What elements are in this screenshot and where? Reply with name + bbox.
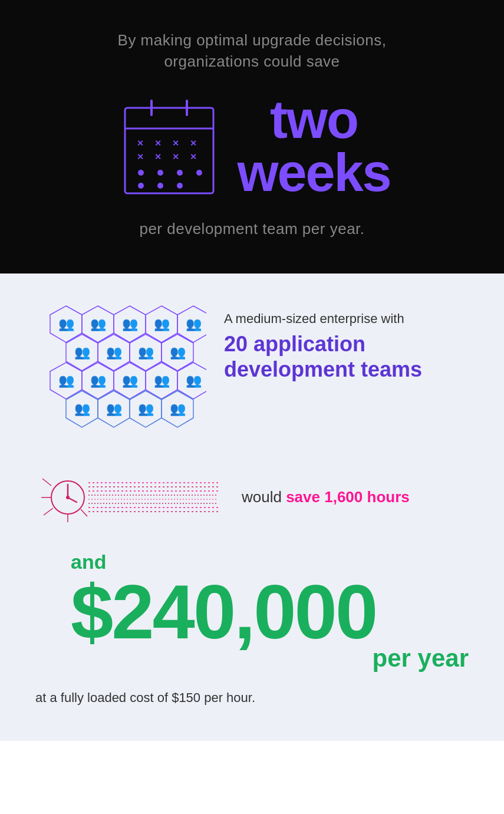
svg-text:👥: 👥 bbox=[74, 401, 91, 417]
svg-text:👥: 👥 bbox=[106, 401, 123, 417]
svg-line-67 bbox=[42, 479, 51, 486]
svg-line-69 bbox=[44, 508, 53, 515]
svg-text:👥: 👥 bbox=[186, 316, 202, 332]
svg-rect-0 bbox=[125, 108, 213, 193]
svg-text:👥: 👥 bbox=[154, 373, 170, 388]
svg-point-12 bbox=[138, 170, 144, 176]
svg-text:✕: ✕ bbox=[154, 152, 162, 162]
top-section: By making optimal upgrade decisions, org… bbox=[0, 0, 504, 273]
money-section: and $240,000 per year bbox=[35, 551, 469, 673]
honeycomb-icon: 👥 👥 👥 👥 👥 bbox=[35, 303, 206, 439]
svg-text:✕: ✕ bbox=[172, 139, 179, 148]
dollar-amount: $240,000 bbox=[71, 574, 469, 650]
hours-row: would save 1,600 hours bbox=[35, 468, 469, 527]
svg-text:👥: 👥 bbox=[170, 401, 186, 417]
enterprise-description: A medium-sized enterprise with bbox=[224, 309, 422, 328]
svg-text:✕: ✕ bbox=[190, 139, 197, 148]
bottom-section: 👥 👥 👥 👥 👥 bbox=[0, 273, 504, 741]
svg-point-14 bbox=[177, 170, 183, 176]
svg-text:👥: 👥 bbox=[90, 373, 107, 388]
svg-text:👥: 👥 bbox=[154, 316, 170, 332]
svg-text:✕: ✕ bbox=[137, 139, 144, 148]
svg-point-58 bbox=[66, 496, 70, 499]
svg-text:👥: 👥 bbox=[122, 373, 139, 388]
per-dev-text: per development team per year. bbox=[139, 220, 364, 238]
two-weeks-label: two weeks bbox=[237, 93, 390, 199]
svg-text:👥: 👥 bbox=[122, 316, 139, 332]
enterprise-row: 👥 👥 👥 👥 👥 bbox=[35, 303, 422, 439]
would-save-label: would save 1,600 hours bbox=[242, 488, 410, 506]
svg-point-15 bbox=[196, 170, 202, 176]
svg-text:👥: 👥 bbox=[58, 316, 75, 332]
svg-point-18 bbox=[177, 183, 183, 189]
enterprise-highlight: 20 application development teams bbox=[224, 331, 422, 382]
calendar-two-weeks-row: ✕ ✕ ✕ ✕ ✕ ✕ ✕ ✕ two weeks bbox=[113, 90, 390, 202]
clock-ticks-visual bbox=[35, 468, 224, 527]
intro-text: By making optimal upgrade decisions, org… bbox=[118, 29, 387, 72]
svg-point-17 bbox=[157, 183, 163, 189]
footnote-text: at a fully loaded cost of $150 per hour. bbox=[35, 690, 255, 706]
svg-text:👥: 👥 bbox=[186, 373, 202, 388]
calendar-icon: ✕ ✕ ✕ ✕ ✕ ✕ ✕ ✕ bbox=[113, 90, 225, 202]
svg-text:👥: 👥 bbox=[170, 344, 186, 360]
svg-text:✕: ✕ bbox=[137, 152, 144, 162]
svg-text:👥: 👥 bbox=[106, 344, 123, 360]
svg-text:👥: 👥 bbox=[58, 373, 75, 388]
svg-point-16 bbox=[138, 183, 144, 189]
svg-text:👥: 👥 bbox=[138, 401, 154, 417]
svg-text:✕: ✕ bbox=[172, 152, 179, 162]
svg-text:👥: 👥 bbox=[90, 316, 107, 332]
svg-line-71 bbox=[81, 509, 87, 516]
clock-ticks-svg bbox=[35, 468, 224, 527]
svg-text:👥: 👥 bbox=[74, 344, 91, 360]
svg-text:✕: ✕ bbox=[190, 152, 197, 162]
enterprise-text-block: A medium-sized enterprise with 20 applic… bbox=[224, 303, 422, 382]
svg-text:✕: ✕ bbox=[154, 139, 162, 148]
svg-text:👥: 👥 bbox=[138, 344, 154, 360]
svg-point-13 bbox=[157, 170, 163, 176]
